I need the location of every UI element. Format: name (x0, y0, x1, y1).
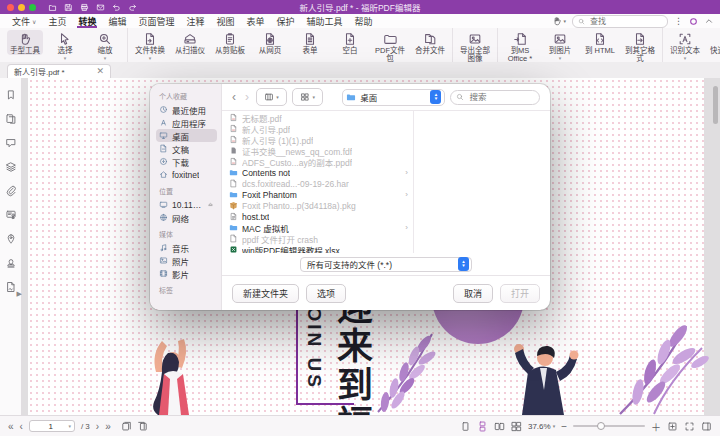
column-view-button[interactable]: ▾ (256, 88, 287, 106)
menu-home[interactable]: 主页 (42, 14, 72, 28)
ribbon-ocr-text[interactable]: 识别文本▾ (667, 30, 703, 61)
continuous-icon[interactable] (477, 421, 488, 432)
vertical-scrollbar[interactable] (713, 86, 718, 124)
bookmarks-icon[interactable] (5, 89, 17, 101)
mail-icon[interactable] (96, 3, 105, 12)
file-format-dropdown[interactable]: 所有可支持的文件 (*.*) ▲▼ (300, 257, 472, 272)
ribbon-select[interactable]: 选择▾ (47, 30, 83, 61)
ribbon-to-html[interactable]: 到 HTML (582, 30, 618, 55)
maximize-window-button[interactable] (29, 4, 36, 11)
file-row[interactable]: win版PDF编辑器教程.xlsx (222, 244, 413, 253)
ribbon-hand-tool[interactable]: 手型工具 (7, 30, 43, 55)
signatures-icon[interactable] (5, 281, 17, 293)
file-row[interactable]: 新人引导 (1)(1).pdf (222, 134, 413, 145)
zoom-slider[interactable] (573, 425, 645, 427)
file-row[interactable]: 新人引导.pdf (222, 123, 413, 134)
ribbon-from-scanner[interactable]: 从扫描仪 (172, 30, 208, 55)
menu-view[interactable]: 视图 (211, 14, 241, 28)
first-page-icon[interactable]: « (8, 421, 14, 432)
hand-pointer-icon[interactable]: ▾ (552, 16, 566, 26)
sidebar-item-applications[interactable]: 应用程序 (156, 116, 217, 129)
ribbon-file-convert[interactable]: 文件转换▾ (132, 30, 168, 61)
ribbon-from-web[interactable]: 从网页 (252, 30, 288, 55)
location-stepper[interactable]: ▲▼ (430, 90, 441, 104)
menu-assist-tools[interactable]: 辅助工具 (301, 14, 349, 28)
menu-help[interactable]: 帮助 (349, 14, 379, 28)
sidebar-item-server[interactable]: 10.113... (156, 198, 217, 211)
zoom-level-dropdown[interactable]: 37.6% ▾ (528, 422, 555, 431)
new-folder-button[interactable]: 新建文件夹 (232, 284, 299, 303)
ribbon-pdf-portfolio[interactable]: PDF文件包▾ (372, 30, 408, 63)
fit-fullscreen-icon[interactable] (684, 421, 695, 432)
dialog-search-box[interactable] (450, 90, 540, 105)
redo-icon[interactable] (128, 3, 137, 12)
menu-convert[interactable]: 转换 (72, 14, 102, 28)
attachments-icon[interactable] (5, 185, 17, 197)
file-row[interactable]: 证书交换__news_qq_com.fdf (222, 145, 413, 156)
page-thumbnails-icon[interactable] (5, 113, 17, 125)
page-number-box[interactable]: ▾ (29, 420, 75, 432)
file-row[interactable]: ADFS_Custo...ay的副本.ppdf (222, 156, 413, 167)
format-stepper[interactable]: ▲▼ (458, 257, 469, 271)
file-row[interactable]: 无标题.pdf (222, 112, 413, 123)
menu-comment[interactable]: 注释 (180, 14, 210, 28)
tab-close-icon[interactable]: ✕ (96, 67, 104, 76)
file-row[interactable]: Foxit Phantom› (222, 189, 413, 200)
prev-page-icon[interactable]: ‹ (20, 421, 23, 432)
ribbon-combine-files[interactable]: 合并文件 (412, 30, 448, 55)
sidebar-item-movies[interactable]: 影片 (156, 267, 217, 280)
zoom-in-icon[interactable]: ＋ (651, 419, 661, 434)
sidebar-item-music[interactable]: 音乐 (156, 241, 217, 254)
file-row[interactable]: Foxit Phanto...p(3d4118a).pkg (222, 200, 413, 211)
save-icon[interactable] (64, 3, 73, 12)
reading-mode-icon[interactable] (701, 421, 712, 432)
menu-edit[interactable]: 编辑 (102, 14, 132, 28)
layers-icon[interactable] (5, 161, 17, 173)
sidebar-item-desktop[interactable]: 桌面 (156, 129, 217, 142)
close-window-button[interactable] (7, 4, 14, 11)
undo-icon[interactable] (112, 3, 121, 12)
dialog-search-input[interactable] (467, 91, 534, 103)
two-page-continuous-icon[interactable] (511, 421, 522, 432)
menu-protect[interactable]: 保护 (271, 14, 301, 28)
menu-file[interactable]: 文件∨ (6, 14, 42, 28)
file-row[interactable]: host.txt (222, 211, 413, 222)
prev-view-icon[interactable] (121, 421, 132, 432)
next-page-icon[interactable]: › (96, 421, 99, 432)
sidebar-item-photos[interactable]: 照片 (156, 254, 217, 267)
ribbon-to-other[interactable]: 到其它格式 (622, 30, 658, 63)
zoom-out-icon[interactable]: − (561, 421, 567, 432)
print-icon[interactable] (80, 3, 89, 12)
single-page-icon[interactable] (460, 421, 471, 432)
sidebar-item-network[interactable]: 网络 (156, 211, 217, 224)
open-icon[interactable] (48, 3, 57, 12)
location-dropdown[interactable]: 桌面 ▲▼ (342, 89, 445, 106)
ribbon-quick-ocr[interactable]: 快速识别 (707, 30, 720, 55)
comments-icon[interactable] (5, 137, 17, 149)
collapse-ribbon-icon[interactable] (704, 16, 714, 26)
file-row[interactable]: dcs.foxitread...-09-19-26.har (222, 178, 413, 189)
menu-page-manage[interactable]: 页面管理 (132, 14, 180, 28)
menu-form[interactable]: 表单 (241, 14, 271, 28)
ribbon-blank[interactable]: 空白 (332, 30, 368, 55)
sidebar-item-recents[interactable]: 最近使用 (156, 103, 217, 116)
icon-view-button[interactable]: ▾ (292, 88, 323, 106)
more-options-icon[interactable]: ⋮ (674, 16, 683, 26)
destinations-icon[interactable] (5, 233, 17, 245)
file-row[interactable]: ppdf 文件打开 crash (222, 233, 413, 244)
next-view-icon[interactable] (137, 421, 148, 432)
find-input[interactable] (588, 16, 662, 27)
two-page-icon[interactable] (494, 421, 505, 432)
file-row[interactable]: Contents not› (222, 167, 413, 178)
sidebar-item-documents[interactable]: 文稿 (156, 142, 217, 155)
fit-actual-icon[interactable] (667, 421, 678, 432)
ribbon-to-ms-office[interactable]: 到MS Office *▾ (502, 30, 538, 63)
sidebar-item-downloads[interactable]: 下载 (156, 155, 217, 168)
tab-document[interactable]: 新人引导.pdf * ✕ (7, 64, 111, 78)
cancel-button[interactable]: 取消 (453, 284, 493, 303)
assistant-icon[interactable] (689, 17, 698, 26)
certificates-icon[interactable] (5, 209, 17, 221)
options-button[interactable]: 选项 (306, 284, 346, 303)
ribbon-export-all-images[interactable]: 导出全部图像 (457, 30, 493, 63)
sidebar-item-foxitnet[interactable]: foxitnet (156, 168, 217, 181)
